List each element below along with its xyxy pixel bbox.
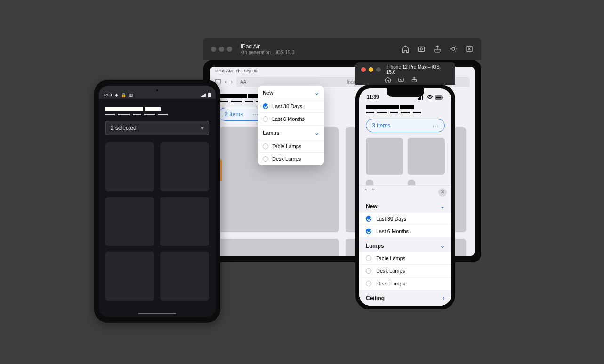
close-panel-icon[interactable] bbox=[465, 45, 474, 53]
product-card[interactable] bbox=[105, 252, 154, 301]
forward-icon[interactable]: › bbox=[231, 79, 233, 85]
share-icon[interactable] bbox=[433, 45, 442, 53]
filter-option[interactable]: Last 6 Months bbox=[258, 113, 324, 126]
iphone-device-frame: 11:39 3 Items ··· bbox=[355, 85, 455, 309]
filter-pill-more-icon[interactable]: ··· bbox=[433, 122, 439, 129]
svg-point-7 bbox=[400, 79, 402, 81]
chevron-down-icon: ⌄ bbox=[440, 243, 445, 249]
chevron-right-icon: › bbox=[443, 295, 445, 301]
filter-option-label: Floor Lamps bbox=[376, 281, 405, 286]
iphone-status-icons bbox=[418, 95, 444, 100]
product-card[interactable] bbox=[218, 239, 339, 256]
chevron-down-icon: ⌄ bbox=[314, 89, 319, 96]
page-tabs-redacted bbox=[366, 112, 445, 113]
window-close-dot[interactable] bbox=[361, 67, 366, 72]
sheet-section-header[interactable]: New ⌄ bbox=[359, 198, 451, 213]
filter-pill[interactable]: 3 Items ··· bbox=[366, 119, 445, 132]
android-device-frame: 4:53 ◆ 🔒 ▥ 2 selected ▾ bbox=[94, 80, 220, 323]
filter-select-label: 2 selected bbox=[111, 125, 137, 131]
product-card[interactable] bbox=[366, 138, 403, 175]
product-card[interactable] bbox=[160, 142, 209, 191]
chevron-down-icon[interactable]: ˅ bbox=[371, 188, 375, 197]
svg-rect-15 bbox=[443, 97, 443, 98]
chevron-down-icon: ▾ bbox=[201, 125, 204, 131]
section-title: Ceiling bbox=[366, 295, 385, 301]
svg-rect-12 bbox=[422, 95, 423, 100]
android-front-camera bbox=[155, 88, 159, 92]
product-grid bbox=[105, 142, 209, 301]
page-tabs-redacted bbox=[105, 114, 209, 115]
calendar-icon: ▥ bbox=[129, 93, 133, 97]
radio-unchecked-icon bbox=[263, 156, 268, 162]
android-status-icons bbox=[201, 93, 211, 97]
svg-rect-11 bbox=[420, 96, 421, 100]
share-icon[interactable] bbox=[411, 76, 418, 83]
window-zoom-dot[interactable] bbox=[227, 47, 232, 52]
filter-option-label: Last 30 Days bbox=[376, 216, 406, 222]
filter-select[interactable]: 2 selected ▾ bbox=[105, 121, 209, 135]
section-title: New bbox=[263, 90, 274, 95]
filter-option[interactable]: Desk Lamps bbox=[359, 265, 451, 277]
android-status-time: 4:53 bbox=[104, 93, 112, 97]
radio-unchecked-icon bbox=[263, 116, 268, 122]
filter-option[interactable]: Table Lamps bbox=[359, 252, 451, 265]
battery-icon bbox=[435, 95, 444, 100]
radio-unchecked-icon bbox=[366, 268, 371, 274]
filter-option[interactable]: Floor Lamps bbox=[359, 277, 451, 290]
iphone-status-time: 11:39 bbox=[367, 95, 379, 100]
window-close-dot[interactable] bbox=[211, 47, 216, 52]
window-zoom-dot[interactable] bbox=[376, 67, 381, 72]
filter-option[interactable]: Desk Lamps bbox=[258, 153, 324, 165]
filter-pill-label: 3 Items bbox=[372, 122, 390, 129]
home-icon[interactable] bbox=[385, 76, 391, 83]
svg-point-3 bbox=[452, 47, 455, 50]
battery-icon bbox=[208, 93, 211, 97]
brightness-icon[interactable] bbox=[449, 45, 458, 53]
product-card[interactable] bbox=[160, 252, 209, 301]
ipad-status-date: Thu Sep 30 bbox=[235, 69, 258, 73]
filter-option[interactable]: Last 30 Days bbox=[258, 100, 324, 113]
product-card[interactable] bbox=[105, 197, 154, 246]
url-aa[interactable]: AA bbox=[240, 79, 246, 85]
window-minimize-dot[interactable] bbox=[219, 47, 224, 52]
popover-section-header[interactable]: Lamps ⌄ bbox=[258, 126, 324, 140]
svg-rect-9 bbox=[418, 98, 419, 100]
product-card[interactable] bbox=[160, 197, 209, 246]
filter-option-label: Last 6 Months bbox=[376, 229, 409, 234]
product-card[interactable] bbox=[105, 142, 154, 191]
svg-rect-16 bbox=[208, 93, 211, 97]
back-icon[interactable]: ‹ bbox=[225, 79, 227, 85]
android-screen: 4:53 ◆ 🔒 ▥ 2 selected ▾ bbox=[99, 86, 216, 317]
filter-option-label: Desk Lamps bbox=[376, 268, 405, 274]
window-minimize-dot[interactable] bbox=[369, 67, 373, 72]
android-page-body: 2 selected ▾ bbox=[99, 99, 216, 309]
iphone-notch bbox=[387, 88, 424, 97]
iphone-page-body: 3 Items ··· bbox=[359, 101, 451, 187]
product-card[interactable] bbox=[408, 138, 445, 175]
chevron-down-icon: ⌄ bbox=[440, 203, 445, 210]
screenshot-icon[interactable] bbox=[417, 45, 426, 53]
radio-unchecked-icon bbox=[366, 281, 371, 286]
window-traffic-lights bbox=[211, 47, 232, 52]
chevron-up-icon[interactable]: ˄ bbox=[364, 188, 368, 197]
filter-option[interactable]: Last 6 Months bbox=[359, 225, 451, 238]
filter-pill-label: 2 Items bbox=[225, 111, 243, 118]
filter-option[interactable]: Table Lamps bbox=[258, 140, 324, 153]
svg-rect-17 bbox=[209, 93, 210, 93]
ipad-simulator-titlebar: iPad Air 4th generation – iOS 15.0 bbox=[203, 38, 481, 60]
screenshot-icon[interactable] bbox=[398, 76, 404, 83]
section-title: Lamps bbox=[366, 243, 384, 249]
close-icon[interactable]: ✕ bbox=[438, 188, 447, 197]
filter-popover: New ⌄ Last 30 Days Last 6 Months Lamps ⌄ bbox=[258, 86, 324, 165]
sheet-section-header[interactable]: Ceiling › bbox=[359, 290, 451, 304]
chevron-down-icon: ⌄ bbox=[314, 129, 319, 136]
wifi-icon bbox=[427, 95, 433, 100]
popover-section-header[interactable]: New ⌄ bbox=[258, 86, 324, 100]
sheet-handle-row: ˄ ˅ ✕ bbox=[359, 186, 451, 198]
home-icon[interactable] bbox=[401, 45, 410, 53]
filter-option[interactable]: Last 30 Days bbox=[359, 213, 451, 225]
sheet-section-header[interactable]: Lamps ⌄ bbox=[359, 238, 451, 252]
notification-icon: ◆ bbox=[115, 93, 118, 97]
sheet-section-header[interactable]: By Room ⌄ bbox=[359, 304, 451, 306]
page-title-redacted bbox=[105, 107, 209, 111]
